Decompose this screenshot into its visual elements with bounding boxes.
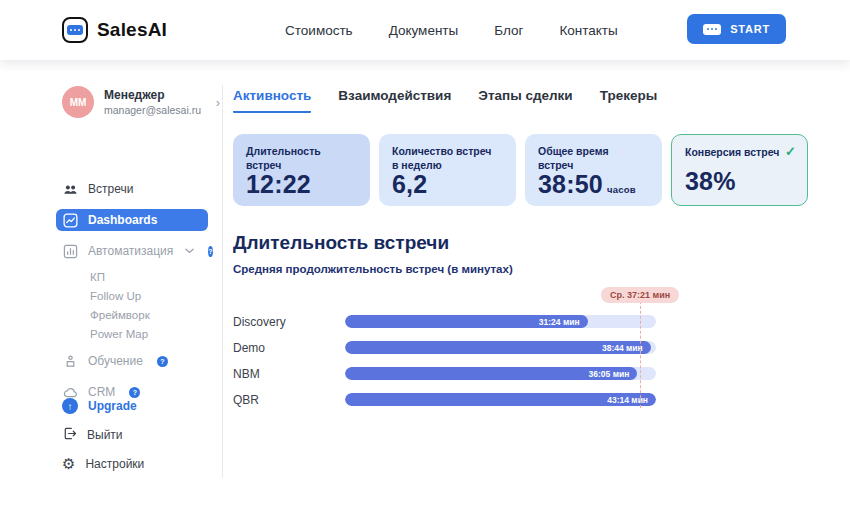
top-navigation: SalesAI Стоимость Документы Блог Контакт… [0, 0, 850, 60]
gear-icon: ⚙ [62, 456, 75, 471]
stat-card-title: Общее время встреч [538, 145, 649, 172]
info-badge[interactable]: ? [208, 246, 212, 257]
bar-chart: Discovery 31:24 мин Demo 38:44 мин NBM [233, 315, 656, 406]
nav-link-pricing[interactable]: Стоимость [285, 23, 353, 38]
chart-category-label: QBR [233, 393, 345, 407]
stat-card-value: 38% [685, 169, 794, 194]
stat-cards: Длительность встреч 12:22 Количество вст… [233, 134, 809, 206]
logout-icon [62, 426, 77, 444]
chart-bar: 43:14 мин [345, 393, 656, 406]
chat-dots-icon [703, 24, 721, 35]
chart-bar-row: NBM 36:05 мин [233, 367, 656, 380]
profile-email: manager@salesai.ru [104, 104, 201, 116]
chart-bar-row: Demo 38:44 мин [233, 341, 656, 354]
profile-name: Менеджер [104, 88, 201, 102]
sidebar-menu: Встречи Dashboards Автоматизация ? КП [62, 178, 212, 403]
stat-card-value: 6,2 [392, 172, 503, 197]
stat-card-title: Конверсия встреч [685, 146, 794, 160]
chart-line-icon [62, 212, 78, 228]
nav-link-documents[interactable]: Документы [389, 23, 459, 38]
tab-interactions[interactable]: Взаимодействия [338, 88, 451, 111]
chart-bar-row: QBR 43:14 мин [233, 393, 656, 406]
top-nav-links: Стоимость Документы Блог Контакты [285, 23, 618, 38]
brand-logo[interactable]: SalesAI [62, 17, 167, 43]
chart-subtitle: Средняя продолжительность встреч (в мину… [233, 263, 809, 275]
main-content: Активность Взаимодействия Этапы сделки Т… [233, 88, 809, 419]
tab-trackers[interactable]: Трекеры [600, 88, 658, 111]
stat-card-title: Длительность встреч [246, 145, 357, 172]
automation-sub-menu: КП Follow Up Фреймворк Power Map [90, 271, 212, 340]
chart-bar-value: 38:44 мин [602, 343, 643, 353]
avatar: MM [62, 86, 94, 118]
chart-category-label: Discovery [233, 315, 345, 329]
chart-bar-track: 36:05 мин [345, 367, 656, 380]
stat-card-title: Количество встреч в неделю [392, 145, 503, 172]
chart-bar: 31:24 мин [345, 315, 588, 328]
check-icon: ✓ [785, 144, 796, 159]
sidebar-item-label: Dashboards [88, 213, 157, 227]
sidebar-item-meetings[interactable]: Встречи [56, 178, 208, 200]
brand-name: SalesAI [97, 19, 167, 41]
sidebar-item-label: CRM [88, 385, 115, 399]
stat-card-conversion[interactable]: ✓ Конверсия встреч 38% [671, 134, 808, 206]
tab-activity[interactable]: Активность [233, 88, 311, 113]
sidebar-item-dashboards[interactable]: Dashboards [56, 209, 208, 231]
sidebar-subitem-powermap[interactable]: Power Map [90, 328, 212, 340]
chart-bar-value: 36:05 мин [589, 369, 630, 379]
stat-card-meeting-duration[interactable]: Длительность встреч 12:22 [233, 134, 370, 206]
users-icon [62, 181, 78, 197]
settings-button[interactable]: ⚙ Настройки [62, 456, 144, 471]
stat-card-value: 12:22 [246, 172, 357, 197]
sidebar-item-training[interactable]: Обучение ? [56, 350, 208, 372]
sidebar-divider [222, 85, 223, 478]
app-window: SalesAI Стоимость Документы Блог Контакт… [0, 0, 850, 523]
sidebar-item-label: Обучение [88, 354, 143, 368]
stat-card-total-time[interactable]: Общее время встреч 38:50часов [525, 134, 662, 206]
chart-bar-track: 31:24 мин [345, 315, 656, 328]
stat-card-value: 38:50часов [538, 172, 649, 197]
training-icon [62, 353, 78, 369]
sidebar: MM Менеджер manager@salesai.ru › Встречи… [62, 86, 212, 412]
chart-bars-icon [62, 243, 78, 259]
upgrade-arrow-icon: ↑ [62, 398, 78, 414]
info-badge[interactable]: ? [129, 387, 140, 398]
tab-deal-stages[interactable]: Этапы сделки [478, 88, 572, 111]
dashboard-tabs: Активность Взаимодействия Этапы сделки Т… [233, 88, 809, 113]
sidebar-subitem-framework[interactable]: Фреймворк [90, 309, 212, 321]
chart-bar-value: 43:14 мин [607, 395, 648, 405]
sidebar-item-label: Автоматизация [88, 244, 173, 258]
chart-bar-track: 43:14 мин [345, 393, 656, 406]
upgrade-button[interactable]: ↑ Upgrade [62, 398, 144, 414]
nav-link-blog[interactable]: Блог [494, 23, 523, 38]
sidebar-footer: ↑ Upgrade Выйти ⚙ Настройки [62, 398, 144, 483]
chevron-down-icon[interactable] [185, 248, 194, 254]
start-button[interactable]: START [687, 14, 786, 44]
chart-bar-track: 38:44 мин [345, 341, 656, 354]
salesai-logo-icon [62, 17, 88, 43]
info-badge[interactable]: ? [157, 356, 168, 367]
sidebar-subitem-followup[interactable]: Follow Up [90, 290, 212, 302]
logout-button[interactable]: Выйти [62, 426, 144, 444]
chart-bar-value: 31:24 мин [539, 317, 580, 327]
chevron-right-icon: › [216, 95, 220, 110]
average-badge: Ср. 37:21 мин [601, 287, 679, 303]
stat-card-unit: часов [607, 184, 636, 195]
chart-bar: 36:05 мин [345, 367, 637, 380]
chart-category-label: Demo [233, 341, 345, 355]
stat-card-meetings-per-week[interactable]: Количество встреч в неделю 6,2 [379, 134, 516, 206]
chart-bar-row: Discovery 31:24 мин [233, 315, 656, 328]
sidebar-item-automation[interactable]: Автоматизация ? [56, 240, 208, 262]
chart-bar: 38:44 мин [345, 341, 651, 354]
user-profile[interactable]: MM Менеджер manager@salesai.ru › [62, 86, 212, 118]
sidebar-item-label: Встречи [88, 182, 133, 196]
nav-link-contacts[interactable]: Контакты [559, 23, 617, 38]
chart-title: Длительность встречи [233, 232, 809, 254]
sidebar-subitem-kp[interactable]: КП [90, 271, 212, 283]
chart-category-label: NBM [233, 367, 345, 381]
